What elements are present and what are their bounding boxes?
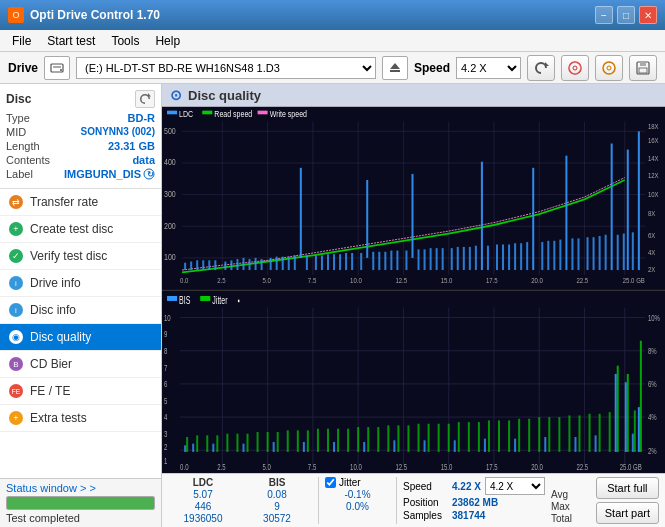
svg-rect-1 (53, 66, 61, 68)
svg-text:10%: 10% (648, 312, 661, 323)
svg-rect-105 (520, 243, 522, 270)
svg-rect-213 (397, 425, 399, 452)
svg-text:2.5: 2.5 (217, 277, 226, 285)
chart2-svg: BIS Jitter ▪ 10 9 8 7 6 5 4 3 2 1 1 (162, 291, 665, 474)
svg-text:15.0: 15.0 (441, 277, 453, 285)
jitter-checkbox[interactable] (325, 477, 336, 488)
menu-start-test[interactable]: Start test (39, 32, 103, 50)
speed-select[interactable]: 4.2 X (485, 477, 545, 495)
mid-value: SONYNN3 (002) (81, 126, 155, 138)
svg-text:9: 9 (164, 328, 168, 339)
svg-rect-181 (424, 440, 426, 452)
disc-button[interactable] (561, 55, 589, 81)
svg-rect-139 (200, 295, 210, 300)
sidebar-item-drive-info[interactable]: i Drive info (0, 270, 161, 297)
svg-marker-5 (545, 62, 549, 66)
svg-text:BIS: BIS (179, 293, 190, 306)
svg-rect-173 (192, 443, 194, 451)
svg-rect-227 (538, 417, 540, 452)
maximize-button[interactable]: □ (617, 6, 635, 24)
svg-rect-62 (242, 258, 244, 270)
jitter-checkbox-row[interactable]: Jitter (325, 477, 390, 488)
svg-rect-217 (438, 423, 440, 451)
disc-reload-button[interactable] (135, 90, 155, 108)
sidebar-item-disc-quality[interactable]: ◉ Disc quality (0, 324, 161, 351)
menu-help[interactable]: Help (147, 32, 188, 50)
sidebar-item-disc-info[interactable]: i Disc info (0, 297, 161, 324)
avg-row-label: Avg (551, 489, 572, 500)
svg-rect-212 (387, 425, 389, 452)
jitter-avg: -0.1% (325, 489, 390, 500)
svg-rect-71 (300, 168, 302, 258)
svg-text:14X: 14X (648, 154, 659, 162)
status-window-link[interactable]: Status window > > (6, 482, 155, 494)
menu-tools[interactable]: Tools (103, 32, 147, 50)
svg-rect-203 (297, 430, 299, 452)
svg-text:6%: 6% (648, 378, 657, 389)
media-button[interactable] (595, 55, 623, 81)
svg-point-6 (569, 62, 581, 74)
drive-info-icon: i (8, 275, 24, 291)
svg-rect-119 (611, 144, 613, 271)
svg-text:25.0 GB: 25.0 GB (623, 277, 646, 285)
sidebar-item-create-test[interactable]: + Create test disc (0, 216, 161, 243)
sidebar-item-fe-te[interactable]: FE FE / TE (0, 378, 161, 405)
svg-rect-58 (214, 260, 216, 270)
chart1: LDC Read speed Write speed 500 400 300 2… (162, 107, 665, 291)
svg-rect-201 (277, 432, 279, 452)
drive-bar: Drive (E:) HL-DT-ST BD-RE WH16NS48 1.D3 … (0, 52, 665, 84)
transfer-rate-icon: ⇄ (8, 194, 24, 210)
disc-info-nav-icon: i (8, 302, 24, 318)
svg-rect-233 (599, 413, 601, 451)
sidebar-item-extra-tests[interactable]: + Extra tests (0, 405, 161, 432)
menu-file[interactable]: File (4, 32, 39, 50)
svg-rect-54 (190, 262, 192, 271)
svg-text:Read speed: Read speed (214, 109, 252, 119)
svg-text:6: 6 (164, 378, 168, 389)
transfer-rate-label: Transfer rate (30, 195, 98, 209)
create-test-label: Create test disc (30, 222, 113, 236)
speed-selector[interactable]: 4.2 X (456, 57, 521, 79)
svg-rect-221 (478, 422, 480, 452)
minimize-button[interactable]: − (595, 6, 613, 24)
svg-text:12X: 12X (648, 171, 659, 179)
svg-rect-219 (458, 422, 460, 452)
svg-rect-116 (593, 237, 595, 270)
svg-rect-97 (469, 247, 471, 270)
svg-marker-14 (148, 93, 151, 97)
svg-rect-209 (357, 427, 359, 452)
length-value: 23.31 GB (108, 140, 155, 152)
close-button[interactable]: ✕ (639, 6, 657, 24)
svg-rect-117 (599, 236, 601, 270)
drive-icon[interactable] (44, 56, 70, 80)
start-part-button[interactable]: Start part (596, 502, 659, 524)
refresh-button[interactable] (527, 55, 555, 81)
svg-rect-187 (595, 435, 597, 452)
samples-value: 381744 (452, 510, 485, 521)
svg-text:7.5: 7.5 (308, 277, 317, 285)
svg-text:12.5: 12.5 (395, 461, 407, 472)
svg-rect-13 (639, 68, 647, 73)
quality-header: ⊙ Disc quality (162, 84, 665, 107)
svg-text:100: 100 (164, 253, 176, 263)
svg-rect-183 (484, 438, 486, 451)
svg-rect-108 (541, 242, 543, 270)
eject-button[interactable] (382, 56, 408, 80)
svg-text:2.5: 2.5 (217, 461, 226, 472)
sidebar-item-verify-test[interactable]: ✓ Verify test disc (0, 243, 161, 270)
svg-rect-207 (337, 428, 339, 451)
svg-rect-88 (411, 174, 413, 258)
disc-label-value[interactable]: IMGBURN_DIS ↻ (64, 168, 155, 180)
save-button[interactable] (629, 55, 657, 81)
svg-text:5.0: 5.0 (263, 461, 272, 472)
svg-rect-204 (307, 430, 309, 452)
svg-rect-174 (212, 443, 214, 451)
svg-rect-118 (605, 235, 607, 270)
sidebar-item-transfer-rate[interactable]: ⇄ Transfer rate (0, 189, 161, 216)
svg-rect-81 (366, 180, 368, 258)
start-full-button[interactable]: Start full (596, 477, 659, 499)
drive-selector[interactable]: (E:) HL-DT-ST BD-RE WH16NS48 1.D3 (76, 57, 376, 79)
svg-rect-115 (587, 237, 589, 270)
svg-rect-12 (640, 62, 646, 66)
sidebar-item-cd-bier[interactable]: B CD Bier (0, 351, 161, 378)
